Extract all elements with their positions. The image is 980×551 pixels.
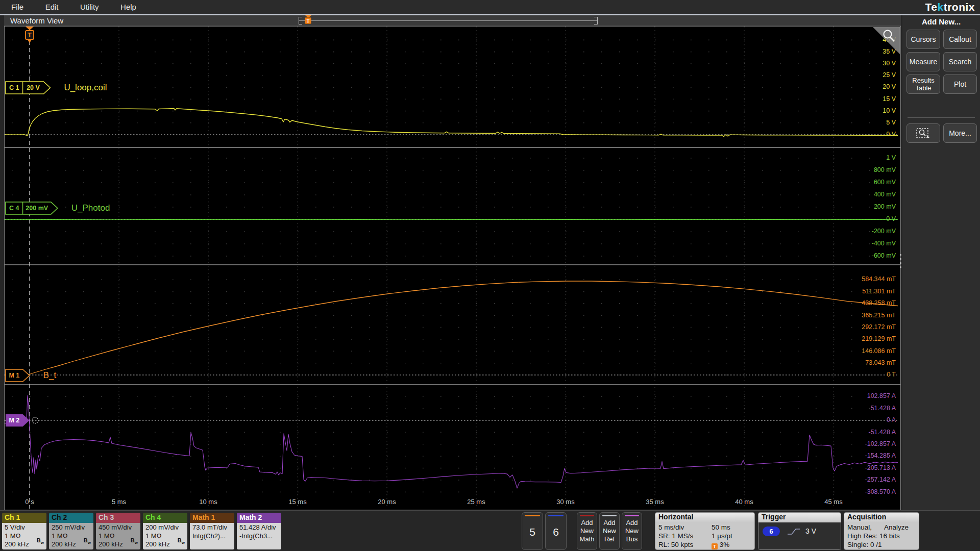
channel-badge-ch1[interactable]: Ch 15 V/div1 MΩ200 kHzBw	[2, 513, 46, 549]
math2-amps-axis-label: 102.857 A	[867, 392, 896, 399]
results-table-button[interactable]: Results Table	[906, 74, 940, 94]
channel-badge-ch4[interactable]: Ch 4200 mV/div1 MΩ200 kHzBw	[143, 513, 187, 549]
acquisition-panel[interactable]: Acquisition Manual, Analyze High Res: 16…	[844, 512, 919, 550]
logo-post: tronix	[944, 1, 975, 13]
channel-setting: 5 V/div	[5, 523, 46, 532]
overview-trigger-flag-icon[interactable]: T	[305, 17, 311, 24]
waveform-plot-area[interactable]: 40 V35 V30 V25 V20 V15 V10 V5 V0 V1 V800…	[4, 26, 901, 510]
svg-text:200 mV: 200 mV	[26, 205, 48, 212]
view-title[interactable]: Waveform View	[10, 16, 63, 25]
math2-trace[interactable]	[5, 395, 898, 488]
slot-number: 5	[522, 526, 543, 538]
zoom-select-button[interactable]	[906, 123, 940, 143]
plot-button[interactable]: Plot	[943, 74, 977, 94]
grip-dot	[900, 262, 901, 264]
acquisition-single: Single: 0 /1	[847, 541, 882, 548]
panel-resize-grip[interactable]	[900, 254, 901, 270]
ch4-millivolts-axis-label: 1 V	[886, 154, 896, 161]
grip-dot	[900, 266, 901, 268]
ch4-millivolts-axis-label: 800 mV	[874, 166, 896, 173]
waveform-badge-C1[interactable]: C 120 VU_loop,coil	[6, 82, 107, 94]
time-axis-label: 25 ms	[467, 498, 485, 506]
time-axis-label: 35 ms	[646, 498, 664, 506]
channel-badge-title: Ch 4	[143, 513, 187, 523]
waveform-badge-M2[interactable]: M 2	[6, 414, 30, 427]
math1-trace[interactable]	[5, 281, 898, 375]
ch4-millivolts-axis-label: 600 mV	[874, 179, 896, 186]
svg-text:C 4: C 4	[9, 205, 19, 212]
overview-right-bracket[interactable]	[594, 17, 598, 24]
ch4-millivolts-axis-label: -200 mV	[872, 228, 896, 235]
ch1-trace[interactable]	[5, 109, 898, 137]
menu-file[interactable]: File	[11, 0, 23, 11]
bandwidth-limit-icon: Bw	[131, 536, 138, 547]
channel-badge-title: Ch 1	[2, 513, 46, 523]
channel-badge-ch3[interactable]: Ch 3450 mV/div1 MΩ200 kHzBw	[96, 513, 140, 549]
grip-dot	[900, 258, 901, 260]
math2-amps-axis-label: -257.142 A	[865, 476, 896, 483]
channel-setting: 250 mV/div	[52, 523, 93, 532]
acquisition-resolution: High Res: 16 bits	[847, 532, 900, 540]
horizontal-panel-body: 5 ms/div 50 ms SR: 1 MS/s 1 µs/pt RL: 50…	[655, 522, 754, 550]
trigger-panel[interactable]: Trigger 6 3 V	[758, 512, 841, 550]
menu-edit[interactable]: Edit	[45, 0, 59, 11]
ch1-volts-axis-label: 10 V	[883, 107, 896, 114]
svg-text:20 V: 20 V	[27, 84, 40, 91]
record-length: RL: 50 kpts	[658, 541, 693, 548]
trigger-position: T 3%	[712, 541, 729, 549]
channel-badge-ch2[interactable]: Ch 2250 mV/div1 MΩ200 kHzBw	[49, 513, 93, 549]
acquisition-panel-body: Manual, Analyze High Res: 16 bits Single…	[844, 522, 919, 550]
horizontal-panel[interactable]: Horizontal 5 ms/div 50 ms SR: 1 MS/s 1 µ…	[655, 512, 755, 550]
channel-badge-math2[interactable]: Math 251.428 A/div-Intg(Ch3...	[237, 513, 281, 549]
logo-pre: Te	[925, 1, 938, 13]
channel-slot-button-5[interactable]: 5	[522, 512, 543, 550]
math2-amps-axis-label: -51.428 A	[868, 429, 896, 436]
bandwidth-limit-icon: Bw	[178, 536, 185, 547]
math1-millitesla-axis-label: 511.301 mT	[862, 288, 896, 295]
ch1-volts-axis-label: 35 V	[883, 48, 896, 55]
rising-edge-icon	[787, 527, 801, 536]
slot-color-stripe	[548, 515, 564, 516]
math1-millitesla-axis-label: 0 T	[887, 371, 896, 378]
ch4-millivolts-axis-label: 200 mV	[874, 203, 896, 210]
search-button[interactable]: Search	[943, 52, 977, 71]
horizontal-overview-bar[interactable]: T	[299, 17, 598, 24]
trigger-marker-icon[interactable]: T	[26, 27, 34, 43]
channel-setting: 200 mV/div	[145, 523, 187, 532]
cursors-button[interactable]: Cursors	[906, 30, 940, 49]
ch4-millivolts-axis-label: -400 mV	[872, 240, 896, 247]
menu-help[interactable]: Help	[120, 0, 136, 11]
math2-amps-axis-label: -308.570 A	[865, 488, 896, 495]
math1-millitesla-axis-label: 219.129 mT	[862, 335, 896, 342]
overview-left-bracket[interactable]	[299, 17, 302, 24]
waveform-badge-C4[interactable]: C 4200 mVU_Photod	[6, 202, 110, 214]
math2-amps-axis-label: -154.285 A	[865, 452, 896, 459]
channel-slot-button-6[interactable]: 6	[545, 512, 567, 550]
horizontal-panel-title: Horizontal	[655, 513, 754, 522]
add-new-bus-button[interactable]: Add New Bus	[622, 512, 642, 550]
ch1-volts-axis-label: 5 V	[886, 119, 896, 126]
channel-badge-title: Math 2	[237, 513, 281, 523]
trigger-source-badge[interactable]: 6	[763, 527, 780, 536]
add-new-math-button[interactable]: Add New Math	[577, 512, 597, 550]
ch4-millivolts-axis-label: 400 mV	[874, 191, 896, 198]
waveform-badge-M1[interactable]: M 1B_t	[6, 369, 56, 382]
add-new-ref-button[interactable]: Add New Ref	[599, 512, 620, 550]
channel-badge-math1[interactable]: Math 173.0 mT/divIntg(Ch2)...	[190, 513, 234, 549]
overview-line	[299, 20, 598, 21]
channel-setting: Intg(Ch2)...	[192, 532, 234, 541]
button-color-stripe	[580, 515, 594, 516]
zoom-select-icon	[916, 127, 931, 139]
channel-setting: 51.428 A/div	[239, 523, 281, 532]
bottom-settings-bar: Ch 15 V/div1 MΩ200 kHzBwCh 2250 mV/div1 …	[0, 510, 980, 551]
channel-badge-title: Ch 2	[49, 513, 93, 523]
math2-amps-axis-label: -205.713 A	[865, 464, 896, 471]
ch4-millivolts-axis-label: -600 mV	[872, 252, 896, 259]
more-button[interactable]: More...	[943, 123, 977, 143]
waveform-label: U_Photod	[71, 203, 110, 213]
button-color-stripe	[625, 515, 639, 516]
measure-button[interactable]: Measure	[906, 52, 940, 71]
callout-button[interactable]: Callout	[943, 30, 977, 49]
time-axis-label: 5 ms	[112, 498, 127, 506]
menu-utility[interactable]: Utility	[80, 0, 99, 11]
